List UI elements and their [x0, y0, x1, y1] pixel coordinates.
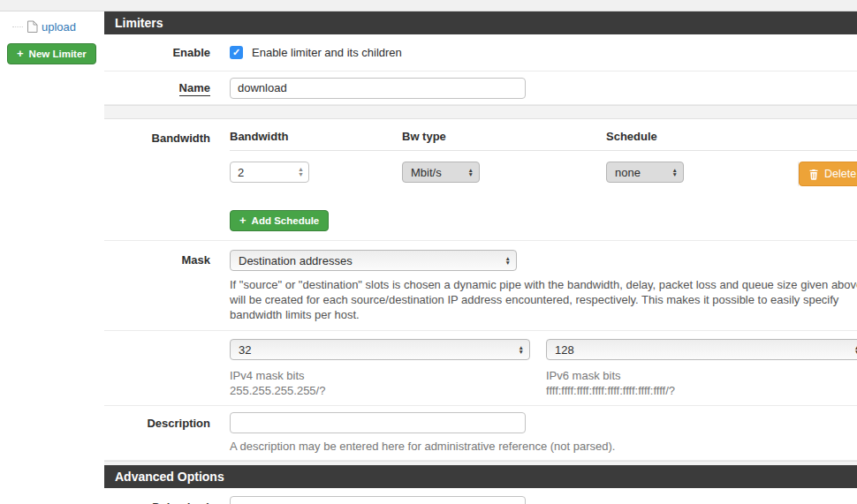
bw-type-col-header: Bw type — [402, 130, 606, 143]
description-help: A description may be entered here for ad… — [230, 439, 857, 454]
add-schedule-label: Add Schedule — [252, 215, 320, 226]
limiter-tree-sidebar: upload + New Limiter — [0, 11, 104, 64]
delay-label: Delay (ms) — [104, 496, 230, 504]
bw-type-select[interactable]: Mbit/s ▲▼ — [402, 162, 480, 183]
ipv6-mask-bits-select[interactable]: 128 ▲▼ — [546, 339, 857, 360]
section-spacer — [104, 105, 857, 119]
select-arrows-icon: ▲▼ — [468, 168, 474, 177]
delay-input[interactable] — [230, 496, 526, 504]
select-arrows-icon: ▲▼ — [519, 345, 524, 355]
schedule-col-header: Schedule — [606, 130, 798, 143]
mask-bits-spacer-label — [104, 339, 230, 398]
tree-item-upload[interactable]: upload — [0, 17, 104, 36]
mask-help-text: If "source" or "destination" slots is ch… — [230, 277, 857, 322]
add-schedule-button[interactable]: + Add Schedule — [230, 210, 329, 231]
description-row: Description A description may be entered… — [104, 406, 857, 461]
enable-row: Enable ✓ Enable limiter and its children — [104, 34, 857, 71]
new-limiter-button[interactable]: + New Limiter — [7, 43, 96, 64]
advanced-options-title: Advanced Options — [115, 470, 224, 484]
limiters-panel-title: Limiters — [115, 16, 163, 30]
description-label: Description — [104, 412, 230, 454]
ipv4-mask-bits-value: 32 — [239, 343, 519, 357]
ipv4-mask-help: IPv4 mask bits 255.255.255.255/? — [230, 368, 530, 398]
ipv6-mask-bits-value: 128 — [555, 343, 854, 357]
enable-checkbox-label: Enable limiter and its children — [252, 46, 402, 59]
limiters-panel-header: Limiters — [104, 11, 857, 34]
bandwidth-col-header: Bandwidth — [230, 130, 402, 143]
file-icon — [27, 20, 38, 34]
delete-button-label: Delete — [824, 168, 856, 180]
number-stepper-icon[interactable]: ▲▼ — [298, 167, 304, 177]
trash-icon — [808, 169, 819, 180]
schedule-value: none — [615, 166, 672, 179]
mask-row: Mask Destination addresses ▲▼ If "source… — [104, 241, 857, 331]
name-input[interactable] — [230, 78, 526, 99]
bandwidth-number-input[interactable]: 2 ▲▼ — [230, 162, 309, 183]
ipv6-mask-help: IPv6 mask bits ffff:ffff:ffff:ffff:ffff:… — [546, 368, 857, 398]
mask-select[interactable]: Destination addresses ▲▼ — [230, 250, 517, 271]
tree-item-label[interactable]: upload — [42, 20, 76, 34]
description-input[interactable] — [230, 412, 526, 433]
mask-label: Mask — [104, 250, 230, 322]
name-row: Name — [104, 71, 857, 105]
select-arrows-icon: ▲▼ — [505, 256, 511, 266]
plus-icon: + — [239, 216, 246, 225]
select-arrows-icon: ▲▼ — [672, 168, 678, 177]
plus-icon: + — [17, 49, 24, 58]
ipv4-mask-bits-select[interactable]: 32 ▲▼ — [230, 339, 530, 360]
bw-type-value: Mbit/s — [411, 166, 468, 179]
name-label: Name — [104, 81, 230, 94]
table-header-divider — [230, 150, 857, 151]
top-strip — [0, 0, 857, 11]
advanced-options-panel-header: Advanced Options — [104, 465, 857, 488]
bandwidth-label: Bandwidth — [104, 130, 230, 231]
mask-bits-row: 32 ▲▼ IPv4 mask bits 255.255.255.255/? — [104, 331, 857, 406]
enable-label: Enable — [104, 46, 230, 59]
delete-queue-button[interactable]: Delete — [799, 162, 857, 186]
tree-connector — [12, 26, 23, 27]
bandwidth-value: 2 — [238, 166, 298, 179]
delay-row: Delay (ms) In most cases, zero (0) shoul… — [104, 488, 857, 504]
new-limiter-label: New Limiter — [29, 49, 87, 59]
bandwidth-row: Bandwidth Bandwidth Bw type Schedule 2 ▲… — [104, 119, 857, 241]
mask-value: Destination addresses — [239, 254, 505, 267]
limiters-form: Limiters Enable ✓ Enable limiter and its… — [104, 11, 857, 504]
enable-checkbox[interactable]: ✓ — [230, 46, 243, 59]
schedule-select[interactable]: none ▲▼ — [606, 162, 684, 183]
